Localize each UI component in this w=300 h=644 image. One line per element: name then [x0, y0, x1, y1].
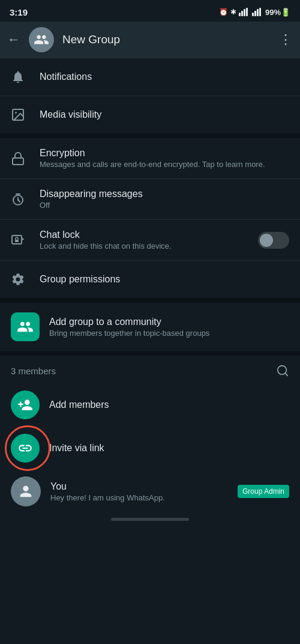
svg-rect-2 — [244, 9, 245, 16]
signal-icon — [239, 8, 250, 16]
status-icons: ⏰ ✱ 99%🔋 — [219, 8, 290, 17]
media-visibility-item[interactable]: Media visibility — [0, 96, 300, 133]
encryption-sub: Messages and calls are end-to-end encryp… — [40, 160, 289, 169]
group-avatar[interactable] — [29, 27, 54, 52]
add-members-item[interactable]: Add members — [0, 383, 300, 427]
invite-via-link-label: Invite via link — [49, 443, 104, 454]
battery-label: 99%🔋 — [265, 8, 290, 17]
section-gap-3 — [0, 351, 300, 356]
avatar — [11, 476, 41, 506]
member-status: Hey there! I am using WhatsApp. — [50, 493, 228, 502]
media-visibility-text: Media visibility — [40, 109, 289, 120]
chat-lock-sub: Lock and hide this chat on this device. — [40, 242, 246, 251]
invite-via-link-item[interactable]: Invite via link — [0, 427, 300, 470]
status-badge: Group Admin — [238, 485, 289, 498]
handle-bar — [111, 518, 189, 521]
bottom-handle — [0, 513, 300, 523]
add-person-icon — [11, 390, 40, 419]
header: ← New Group ⋮ — [0, 22, 300, 58]
member-info: You Hey there! I am using WhatsApp. — [50, 481, 228, 502]
encryption-label: Encryption — [40, 148, 289, 159]
encryption-text: Encryption Messages and calls are end-to… — [40, 148, 289, 169]
svg-rect-0 — [239, 13, 241, 16]
notifications-item[interactable]: Notifications — [0, 58, 300, 96]
svg-rect-13 — [15, 240, 19, 242]
community-icon — [11, 312, 40, 341]
chat-lock-toggle[interactable] — [258, 232, 289, 249]
chat-lock-item[interactable]: Chat lock Lock and hide this chat on thi… — [0, 220, 300, 260]
section-gap-2 — [0, 298, 300, 303]
svg-rect-3 — [246, 8, 248, 16]
community-item[interactable]: Add group to a community Bring members t… — [0, 303, 300, 351]
gear-icon — [11, 272, 28, 287]
status-bar: 3:19 ⏰ ✱ 99%🔋 — [0, 0, 300, 22]
chatlock-icon — [11, 233, 28, 248]
bell-icon — [11, 70, 28, 84]
section-gap-1 — [0, 133, 300, 138]
notifications-text: Notifications — [40, 71, 289, 82]
alarm-icon: ⏰ — [219, 8, 228, 16]
media-visibility-label: Media visibility — [40, 109, 289, 120]
group-permissions-text: Group permissions — [40, 274, 289, 285]
page-title: New Group — [62, 33, 271, 46]
chat-lock-label: Chat lock — [40, 229, 246, 240]
toggle-circle — [260, 234, 273, 247]
group-permissions-label: Group permissions — [40, 274, 289, 285]
table-row: You Hey there! I am using WhatsApp. Grou… — [0, 470, 300, 513]
timer-icon — [11, 192, 28, 207]
community-label: Add group to a community — [49, 317, 289, 327]
wifi-icon — [252, 8, 263, 16]
svg-line-15 — [285, 373, 287, 375]
encryption-item[interactable]: Encryption Messages and calls are end-to… — [0, 138, 300, 178]
disappearing-messages-label: Disappearing messages — [40, 189, 289, 199]
add-members-label: Add members — [49, 399, 109, 410]
notifications-label: Notifications — [40, 71, 289, 82]
svg-rect-10 — [13, 158, 23, 165]
community-sub: Bring members together in topic-based gr… — [49, 329, 289, 338]
svg-rect-7 — [259, 8, 261, 16]
svg-rect-4 — [252, 13, 254, 16]
disappearing-messages-text: Disappearing messages Off — [40, 189, 289, 210]
svg-rect-5 — [254, 11, 256, 16]
bluetooth-icon: ✱ — [230, 8, 236, 16]
members-count: 3 members — [11, 366, 56, 376]
back-button[interactable]: ← — [7, 32, 20, 47]
image-icon — [11, 108, 28, 122]
svg-rect-6 — [257, 9, 259, 16]
community-text: Add group to a community Bring members t… — [49, 317, 289, 338]
disappearing-messages-sub: Off — [40, 201, 289, 210]
group-permissions-item[interactable]: Group permissions — [0, 261, 300, 298]
svg-rect-1 — [241, 11, 243, 16]
lock-icon — [11, 151, 28, 166]
member-name: You — [50, 481, 228, 492]
chat-lock-text: Chat lock Lock and hide this chat on thi… — [40, 229, 246, 251]
svg-point-9 — [15, 112, 17, 114]
link-icon — [11, 434, 40, 463]
status-time: 3:19 — [10, 7, 28, 17]
more-options-button[interactable]: ⋮ — [279, 32, 293, 47]
disappearing-messages-item[interactable]: Disappearing messages Off — [0, 179, 300, 219]
members-header: 3 members — [0, 356, 300, 383]
search-icon[interactable] — [276, 364, 289, 377]
